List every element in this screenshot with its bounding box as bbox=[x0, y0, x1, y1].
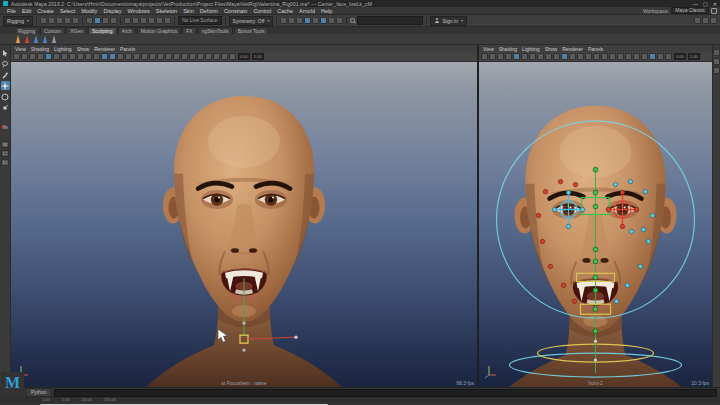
range-start-value[interactable]: 1.00 bbox=[42, 397, 50, 402]
menu-modify[interactable]: Modify bbox=[78, 8, 100, 14]
viewport-toolbar-icon[interactable] bbox=[497, 53, 504, 60]
sidebar-toggle-icon[interactable] bbox=[710, 17, 717, 24]
panel-menu-panels[interactable]: Panels bbox=[120, 46, 135, 52]
viewport-toolbar-icon[interactable] bbox=[13, 53, 20, 60]
move-tool-icon[interactable] bbox=[1, 81, 10, 90]
viewport-toolbar-icon[interactable] bbox=[45, 53, 52, 60]
panel-menu-renderer[interactable]: Renderer bbox=[562, 46, 583, 52]
close-button[interactable]: ✕ bbox=[713, 1, 717, 7]
viewport-toolbar-icon[interactable] bbox=[109, 53, 116, 60]
viewport-toolbar-icon[interactable] bbox=[197, 53, 204, 60]
menu-file[interactable]: File bbox=[4, 8, 19, 14]
selection-mask-icon[interactable] bbox=[86, 17, 93, 24]
menu-skin[interactable]: Skin bbox=[180, 8, 197, 14]
viewport-toolbar-icon[interactable] bbox=[69, 53, 76, 60]
snap-icon[interactable] bbox=[164, 17, 171, 24]
viewport-toolbar-icon[interactable] bbox=[537, 53, 544, 60]
viewport-right[interactable]: front-2 10.3 fps bbox=[479, 62, 712, 387]
snap-icon[interactable] bbox=[156, 17, 163, 24]
viewport-toolbar-icon[interactable] bbox=[641, 53, 648, 60]
viewport-toolbar-icon[interactable] bbox=[149, 53, 156, 60]
viewport-toolbar-icon[interactable] bbox=[93, 53, 100, 60]
menu-display[interactable]: Display bbox=[100, 8, 124, 14]
render-icon[interactable] bbox=[280, 17, 287, 24]
select-tool-icon[interactable] bbox=[1, 48, 10, 57]
viewport-toolbar-icon[interactable] bbox=[561, 53, 568, 60]
shelf-tab-bonus-tools[interactable]: Bonus Tools bbox=[234, 27, 269, 34]
viewport-toolbar-icon[interactable] bbox=[21, 53, 28, 60]
file-op-icon[interactable] bbox=[48, 17, 55, 24]
live-surface-field[interactable]: No Live Surface bbox=[178, 16, 222, 25]
snap-icon[interactable] bbox=[148, 17, 155, 24]
play-end-value[interactable]: 24.00 bbox=[82, 397, 92, 402]
menu-cache[interactable]: Cache bbox=[274, 8, 296, 14]
viewport-toolbar-icon[interactable] bbox=[553, 53, 560, 60]
panel-menu-view[interactable]: View bbox=[15, 46, 26, 52]
shelf-tab-rigging[interactable]: Rigging bbox=[14, 27, 39, 34]
grab-brush-icon[interactable] bbox=[42, 35, 48, 43]
command-language-toggle[interactable]: Python bbox=[26, 388, 52, 397]
viewport-toolbar-icon[interactable] bbox=[205, 53, 212, 60]
viewport-toolbar-icon[interactable] bbox=[157, 53, 164, 60]
menu-deform[interactable]: Deform bbox=[197, 8, 221, 14]
viewport-toolbar-icon[interactable] bbox=[77, 53, 84, 60]
minimize-button[interactable]: — bbox=[693, 1, 698, 7]
attribute-editor-tab-icon[interactable] bbox=[713, 58, 720, 65]
snap-icon[interactable] bbox=[124, 17, 131, 24]
render-icon[interactable] bbox=[296, 17, 303, 24]
viewport-toolbar-icon[interactable] bbox=[61, 53, 68, 60]
viewport-toolbar-icon[interactable] bbox=[37, 53, 44, 60]
viewport-toolbar-icon[interactable] bbox=[189, 53, 196, 60]
selection-mask-icon[interactable] bbox=[102, 17, 109, 24]
viewport-toolbar-icon[interactable] bbox=[221, 53, 228, 60]
file-op-icon[interactable] bbox=[72, 17, 79, 24]
paint-select-tool-icon[interactable] bbox=[1, 70, 10, 79]
viewport-toolbar-icon[interactable] bbox=[181, 53, 188, 60]
layout-four-pane-button[interactable] bbox=[1, 150, 9, 157]
file-op-icon[interactable] bbox=[64, 17, 71, 24]
viewport-toolbar-icon[interactable] bbox=[213, 53, 220, 60]
viewport-toolbar-icon[interactable] bbox=[521, 53, 528, 60]
tool-settings-tab-icon[interactable] bbox=[713, 67, 720, 74]
snap-icon[interactable] bbox=[140, 17, 147, 24]
viewport-toolbar-icon[interactable] bbox=[489, 53, 496, 60]
viewport-toolbar-icon[interactable] bbox=[125, 53, 132, 60]
panel-menu-shading[interactable]: Shading bbox=[499, 46, 517, 52]
viewport-left[interactable]: st FocusItem : name 98.3 fps bbox=[11, 62, 477, 387]
viewport-toolbar-icon[interactable] bbox=[545, 53, 552, 60]
render-icon[interactable] bbox=[328, 17, 335, 24]
selection-mask-icon[interactable] bbox=[94, 17, 101, 24]
lasso-tool-icon[interactable] bbox=[1, 59, 10, 68]
gamma-field[interactable]: 1.00 bbox=[688, 53, 700, 60]
sign-in-button[interactable]: Sign In ▾ bbox=[430, 16, 467, 26]
menu-arnold[interactable]: Arnold bbox=[296, 8, 318, 14]
sculpt-brush-icon[interactable] bbox=[15, 35, 21, 43]
search-input[interactable] bbox=[357, 16, 423, 25]
render-icon[interactable] bbox=[320, 17, 327, 24]
viewport-toolbar-icon[interactable] bbox=[141, 53, 148, 60]
workspace-lock-icon[interactable] bbox=[711, 8, 717, 14]
viewport-toolbar-icon[interactable] bbox=[665, 53, 672, 60]
viewport-toolbar-icon[interactable] bbox=[505, 53, 512, 60]
render-icon[interactable] bbox=[304, 17, 311, 24]
viewport-toolbar-icon[interactable] bbox=[85, 53, 92, 60]
sidebar-toggle-icon[interactable] bbox=[702, 17, 709, 24]
exposure-field[interactable]: 0.00 bbox=[674, 53, 686, 60]
render-icon[interactable] bbox=[336, 17, 343, 24]
viewport-toolbar-icon[interactable] bbox=[649, 53, 656, 60]
menuset-dropdown[interactable]: Rigging ▾ bbox=[3, 16, 33, 26]
shelf-tab-custom[interactable]: Custom bbox=[40, 27, 65, 34]
file-op-icon[interactable] bbox=[56, 17, 63, 24]
file-op-icon[interactable] bbox=[40, 17, 47, 24]
viewport-toolbar-icon[interactable] bbox=[529, 53, 536, 60]
viewport-toolbar-icon[interactable] bbox=[617, 53, 624, 60]
viewport-toolbar-icon[interactable] bbox=[29, 53, 36, 60]
maximize-button[interactable]: ▢ bbox=[703, 1, 708, 7]
menu-select[interactable]: Select bbox=[57, 8, 78, 14]
viewport-toolbar-icon[interactable] bbox=[633, 53, 640, 60]
workspace-dropdown[interactable]: Maya Classic bbox=[671, 7, 709, 14]
rotate-tool-icon[interactable] bbox=[1, 92, 10, 101]
panel-menu-view[interactable]: View bbox=[483, 46, 494, 52]
shelf-tab-motion-graphics[interactable]: Motion Graphics bbox=[137, 27, 181, 34]
symmetry-dropdown[interactable]: Symmetry: Off ▾ bbox=[229, 16, 274, 26]
